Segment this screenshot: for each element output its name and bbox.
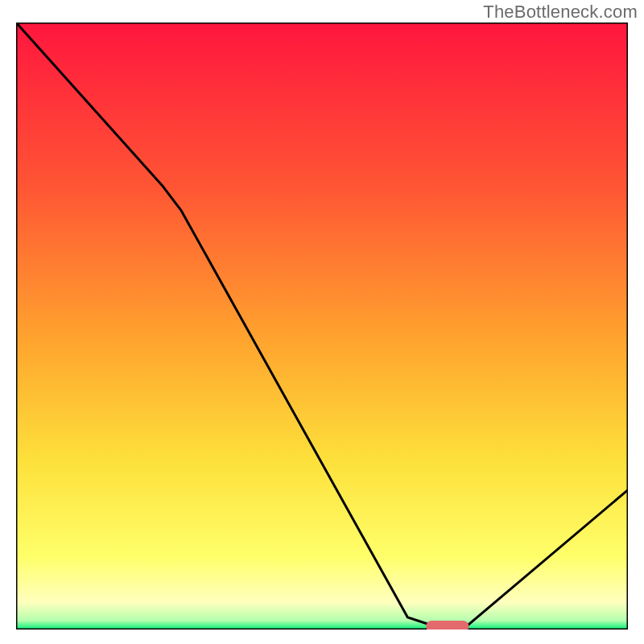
optimal-marker bbox=[426, 621, 469, 630]
chart-container: TheBottleneck.com bbox=[0, 0, 644, 644]
watermark-text: TheBottleneck.com bbox=[483, 2, 638, 23]
chart-plot bbox=[16, 23, 628, 630]
gradient-background bbox=[16, 23, 628, 630]
chart-svg bbox=[16, 23, 628, 630]
